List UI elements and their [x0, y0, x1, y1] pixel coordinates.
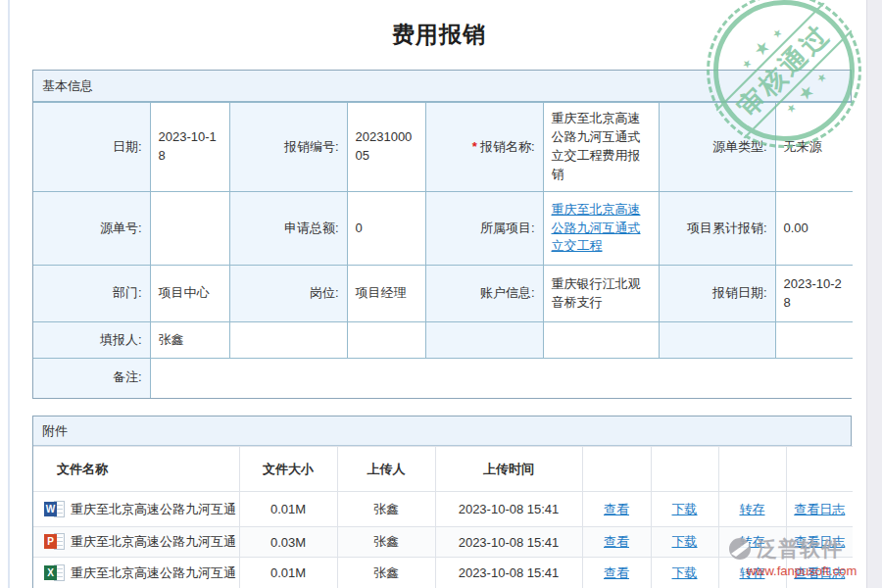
view-log-link[interactable]: 查看日志 — [794, 565, 845, 580]
download-link[interactable]: 下载 — [672, 502, 698, 516]
file-size: 0.03M — [239, 527, 337, 558]
file-size: 0.01M — [239, 492, 337, 527]
field-project-total-value: 0.00 — [775, 192, 853, 266]
file-uploader: 张鑫 — [337, 527, 435, 558]
save-as-link[interactable]: 转存 — [740, 534, 765, 549]
file-name: 重庆至北京高速公路九河互通 — [71, 502, 236, 516]
page-left-border — [8, 0, 10, 588]
page-right-gutter — [866, 0, 882, 588]
file-uploader: 张鑫 — [337, 492, 435, 527]
view-link[interactable]: 查看 — [604, 534, 629, 549]
file-upload-time: 2023-10-08 15:41 — [435, 558, 582, 588]
field-source-no-label: 源单号: — [33, 192, 150, 266]
field-reimburse-date-label: 报销日期: — [659, 266, 775, 322]
project-link[interactable]: 重庆至北京高速公路九河互通式立交工程 — [552, 202, 641, 254]
col-header-empty — [651, 447, 718, 492]
file-upload-time: 2023-10-08 15:41 — [435, 527, 582, 558]
field-department-label: 部门: — [33, 266, 150, 322]
required-asterisk: * — [472, 139, 477, 154]
excel-file-icon: X — [44, 564, 65, 581]
file-uploader: 张鑫 — [337, 558, 435, 588]
col-header-empty — [786, 447, 853, 492]
field-source-type-value: 无来源 — [775, 103, 853, 192]
save-as-link[interactable]: 转存 — [740, 502, 765, 516]
attachments-header-row: 文件名称 文件大小 上传人 上传时间 — [33, 447, 853, 492]
col-header-uploader: 上传人 — [337, 447, 435, 492]
attachments-section-header: 附件 — [33, 416, 851, 446]
field-source-no-value — [150, 192, 229, 266]
basic-info-section: 基本信息 日期: 2023-10-18 报销编号: 2023100005 *报销… — [32, 70, 852, 399]
col-header-upload-time: 上传时间 — [435, 447, 582, 492]
field-filler-label: 填报人: — [33, 322, 150, 359]
attachments-section: 附件 文件名称 文件大小 上传人 上传时间 W重庆至北京高速公路九河互通 — [32, 416, 852, 588]
field-project-label: 所属项目: — [425, 192, 543, 266]
save-as-link[interactable]: 转存 — [740, 565, 765, 580]
empty-cell — [347, 322, 425, 359]
table-row: 填报人: 张鑫 — [33, 322, 853, 359]
file-size: 0.01M — [239, 558, 337, 588]
field-position-label: 岗位: — [229, 266, 347, 322]
page-title: 费用报销 — [0, 20, 878, 50]
basic-info-section-header: 基本信息 — [33, 71, 851, 102]
field-name-label: *报销名称: — [425, 103, 543, 192]
field-number-label: 报销编号: — [229, 103, 347, 192]
file-name: 重庆至北京高速公路九河互通 — [71, 565, 236, 580]
field-remark-value — [150, 359, 853, 398]
view-link[interactable]: 查看 — [604, 565, 629, 580]
basic-info-section-title: 基本信息 — [42, 77, 93, 95]
empty-label-cell — [425, 322, 543, 359]
download-link[interactable]: 下载 — [672, 565, 698, 580]
col-header-empty — [718, 447, 786, 492]
expense-reimbursement-page: 费用报销 基本信息 日期: 2023-10-18 报销编号: 202310000… — [0, 0, 882, 588]
table-row: 部门: 项目中心 岗位: 项目经理 账户信息: 重庆银行江北观音桥支行 报销日期… — [33, 266, 853, 322]
attachments-table: 文件名称 文件大小 上传人 上传时间 W重庆至北京高速公路九河互通 0.01M … — [33, 446, 853, 588]
field-date-label: 日期: — [33, 103, 150, 192]
field-filler-value: 张鑫 — [150, 322, 229, 359]
field-account-value: 重庆银行江北观音桥支行 — [543, 266, 659, 322]
basic-info-table: 日期: 2023-10-18 报销编号: 2023100005 *报销名称: 重… — [33, 102, 853, 398]
field-project-total-label: 项目累计报销: — [659, 192, 775, 266]
field-project-value: 重庆至北京高速公路九河互通式立交工程 — [543, 192, 659, 266]
field-total-label: 申请总额: — [229, 192, 347, 266]
empty-cell — [775, 322, 853, 359]
field-number-value: 2023100005 — [347, 103, 425, 192]
field-name-value: 重庆至北京高速公路九河互通式立交工程费用报销 — [543, 103, 659, 192]
col-header-file-name: 文件名称 — [33, 447, 239, 492]
field-source-type-label: 源单类型: — [659, 103, 775, 192]
field-position-value: 项目经理 — [347, 266, 425, 322]
table-row: P重庆至北京高速公路九河互通 0.03M 张鑫 2023-10-08 15:41… — [33, 527, 853, 558]
download-link[interactable]: 下载 — [672, 534, 698, 549]
view-link[interactable]: 查看 — [604, 502, 629, 516]
field-reimburse-date-value: 2023-10-28 — [775, 266, 853, 322]
word-file-icon: W — [44, 501, 65, 517]
field-account-label: 账户信息: — [425, 266, 543, 322]
empty-label-cell — [659, 322, 775, 359]
col-header-empty — [582, 447, 651, 492]
file-name: 重庆至北京高速公路九河互通 — [71, 534, 236, 549]
field-remark-label: 备注: — [33, 359, 150, 398]
ppt-file-icon: P — [44, 533, 65, 550]
table-row: 日期: 2023-10-18 报销编号: 2023100005 *报销名称: 重… — [33, 103, 853, 192]
field-date-value: 2023-10-18 — [150, 103, 229, 192]
table-row: 备注: — [33, 359, 853, 398]
attachments-section-title: 附件 — [42, 422, 68, 440]
view-log-link[interactable]: 查看日志 — [794, 502, 845, 516]
table-row: 源单号: 申请总额: 0 所属项目: 重庆至北京高速公路九河互通式立交工程 项目… — [33, 192, 853, 266]
empty-cell — [229, 322, 347, 359]
empty-cell — [543, 322, 659, 359]
view-log-link[interactable]: 查看日志 — [794, 534, 845, 549]
table-row: X重庆至北京高速公路九河互通 0.01M 张鑫 2023-10-08 15:41… — [33, 558, 853, 588]
file-upload-time: 2023-10-08 15:41 — [435, 492, 582, 527]
field-total-value: 0 — [347, 192, 425, 266]
col-header-file-size: 文件大小 — [239, 447, 337, 492]
field-department-value: 项目中心 — [150, 266, 229, 322]
table-row: W重庆至北京高速公路九河互通 0.01M 张鑫 2023-10-08 15:41… — [33, 492, 853, 527]
